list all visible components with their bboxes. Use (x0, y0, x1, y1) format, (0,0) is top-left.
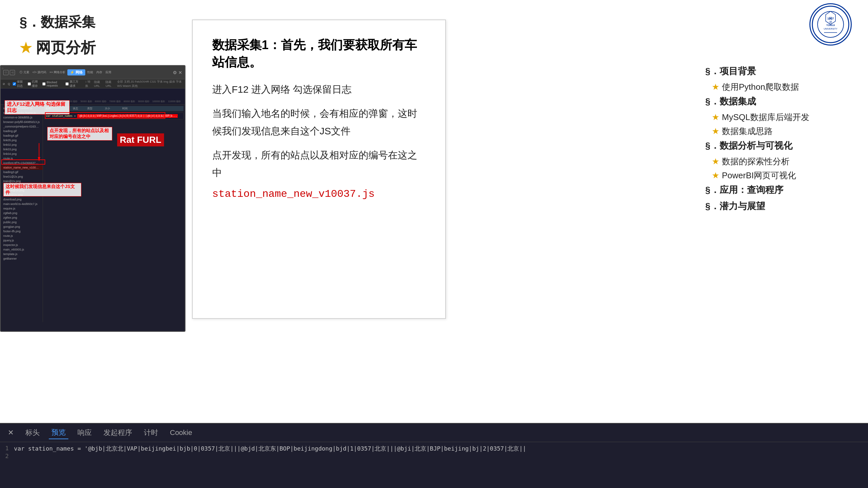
main-content-panel: 数据采集1：首先，我们要获取所有车站信息。 进入F12 进入网络 勾选保留日志 … (192, 20, 446, 319)
code-line-2: 2 (5, 453, 863, 459)
list-item[interactable]: iconfont.ttf?t=1543666379057 (1, 161, 43, 165)
line-number-2: 2 (5, 453, 9, 459)
sidebar-section-app: §．应用：查询程序 (705, 184, 855, 196)
content-title: 数据采集1：首先，我们要获取所有车站信息。 (212, 36, 426, 71)
list-item[interactable]: zgtlwx.png (1, 215, 43, 220)
tab-response[interactable]: 响应 (75, 426, 94, 439)
sidebar-item-mysql: ★ MySQL数据库后端开发 (712, 111, 855, 123)
list-item[interactable]: main-world.ts-4ed993c7.js (1, 202, 43, 206)
tab-header[interactable]: 标头 (23, 426, 42, 439)
code-line-1: 1 var station_names = '@bjb|北京北|VAP|beij… (5, 445, 863, 453)
list-item[interactable]: getBanner (1, 256, 43, 261)
content-body-p1: 进入F12 进入网络 勾选保留日志 (212, 81, 426, 98)
third-party-checkbox[interactable] (65, 82, 69, 86)
list-item[interactable]: _commonjsHelpers-02d3be64.js (1, 124, 43, 129)
disable-cache-checkbox[interactable] (28, 82, 31, 86)
list-item[interactable]: loading4.gif (1, 133, 43, 138)
sidebar-section-future: §．潜力与展望 (705, 200, 855, 213)
list-item[interactable]: download.png (1, 197, 43, 202)
list-item[interactable]: require.js (1, 206, 43, 211)
browser-toolbar: □ ◁ ① 元素 </> 源代码 ×× 网络分析 ⚡ 网络 性能 内存 应用 ⚙… (1, 66, 185, 79)
list-item[interactable]: route.js (1, 234, 43, 238)
section-subtitle: ★ 网页分析 (20, 38, 169, 58)
filter-bar: ⊘ Q 保留日志 已用缓存 Blocked requests 第三方请求 ↕ 转… (1, 79, 185, 89)
list-item[interactable]: gongjian.png (1, 225, 43, 229)
blocked-requests-checkbox[interactable] (42, 82, 45, 86)
list-item[interactable]: inspector.js (1, 243, 43, 247)
svg-text:同: 同 (829, 17, 832, 20)
list-item[interactable]: zgtlwb.png (1, 211, 43, 215)
list-item[interactable]: jquery.js (1, 238, 43, 243)
tongji-logo: 1907 TONGJI UNIVERSITY 同 济 (809, 3, 855, 49)
bottom-tabs: ✕ 标头 预览 响应 发起程序 计时 Cookie (0, 424, 868, 442)
tab-timing[interactable]: 计时 (141, 426, 161, 439)
sidebar-section-analysis: §．数据分析与可视化 (705, 139, 855, 152)
list-item[interactable]: link05.png (1, 138, 43, 142)
section-title: §．数据采集 (20, 13, 169, 31)
list-item[interactable]: browser-polyfill-d4985d13.js (1, 120, 43, 124)
preserve-log-checkbox[interactable] (13, 82, 16, 86)
sidebar-item-exploratory: ★ 数据的探索性分析 (712, 156, 855, 167)
list-item[interactable]: loading.gif (1, 129, 43, 133)
tab-cookie[interactable]: Cookie (167, 427, 195, 438)
sidebar-item-data-path: ★ 数据集成思路 (712, 126, 855, 137)
sidebar-item-python: ★ 使用Python爬取数据 (712, 82, 855, 93)
code-content: var station_names = '@bjb|北京北|VAP|beijin… (14, 445, 526, 453)
logo-circle: 1907 TONGJI UNIVERSITY 同 济 (809, 3, 852, 45)
annotation-f12: 进入F12进入网络 勾选保留日志 (5, 100, 70, 115)
close-panel-button[interactable]: ✕ (5, 427, 16, 438)
list-item[interactable]: main_v6000S.js (1, 247, 43, 252)
list-item[interactable]: loading3.gif (1, 170, 43, 174)
list-item[interactable]: link02.png (1, 142, 43, 147)
svg-text:济: 济 (829, 21, 832, 24)
list-item[interactable]: common-e-369d85b.js (1, 115, 43, 120)
list-item[interactable]: link03.png (1, 147, 43, 152)
annotation-js-text: 这时候我们发现信息来自这个JS文件 (3, 183, 81, 196)
list-item[interactable]: line01@2x.png (1, 174, 43, 179)
list-item[interactable]: link04.png (1, 152, 43, 156)
annotation-station-text: 点开发现，所有的站点以及相对应的编号在这之中 (47, 127, 112, 140)
list-item[interactable]: route.js (1, 156, 43, 161)
network-tab[interactable]: ⚡ 网络 (67, 69, 85, 75)
svg-text:UNIVERSITY: UNIVERSITY (824, 28, 837, 30)
right-sidebar: §．项目背景 ★ 使用Python爬取数据 §．数据集成 ★ MySQL数据库后… (705, 65, 855, 216)
bottom-panel: ✕ 标头 预览 响应 发起程序 计时 Cookie 1 var station_… (0, 423, 868, 488)
tab-initiator[interactable]: 发起程序 (101, 426, 135, 439)
content-body-p2: 当我们输入地名的时候，会有相应的弹窗，这时候我们发现信息来自这个JS文件 (212, 105, 426, 140)
content-filename: station_name_new_v10037.js (212, 188, 426, 200)
sidebar-section-proj-bg: §．项目背景 (705, 65, 855, 77)
file-list: injector.ts-0e344b4c.js single-file-hook… (1, 105, 43, 322)
logo-svg: 1907 TONGJI UNIVERSITY 同 济 (811, 5, 850, 44)
line-number: 1 (5, 445, 9, 452)
star-icon: ★ (20, 40, 32, 56)
station-js-item[interactable]: station_name_new_v10037.js (1, 165, 43, 170)
sidebar-item-powerbi: ★ PowerBI网页可视化 (712, 170, 855, 181)
list-item[interactable]: public.png (1, 220, 43, 225)
sidebar-section-data-integration: §．数据集成 (705, 95, 855, 108)
bottom-code-area: 1 var station_names = '@bjb|北京北|VAP|beij… (0, 442, 868, 462)
tab-preview[interactable]: 预览 (49, 426, 68, 439)
content-body-p3: 点开发现，所有的站点以及相对应的编号在这之中 (212, 147, 426, 182)
list-item[interactable]: footer-ifh.png (1, 229, 43, 234)
list-item[interactable]: template.js (1, 252, 43, 256)
